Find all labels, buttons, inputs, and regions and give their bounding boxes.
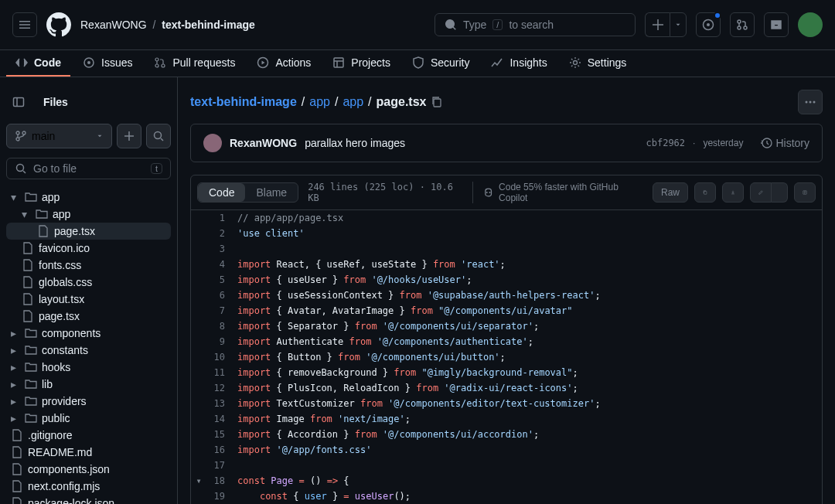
file-icon (11, 463, 23, 475)
copilot-hint[interactable]: Code 55% faster with GitHub Copilot (472, 182, 643, 203)
tree-folder-lib[interactable]: ▸lib (6, 376, 171, 393)
svg-point-1 (707, 23, 710, 26)
tree-file-page-tsx-selected[interactable]: page.tsx (6, 223, 171, 240)
file-icon (22, 259, 34, 271)
tab-actions[interactable]: Actions (247, 50, 320, 77)
code-content[interactable]: // app/app/page.tsx'use client'import Re… (237, 210, 822, 504)
folder-open-icon (25, 191, 37, 203)
line-numbers: 1234567891011121314151617181920212223242… (206, 210, 237, 504)
svg-rect-19 (434, 99, 441, 107)
tree-file-page-tsx[interactable]: page.tsx (6, 308, 171, 325)
tree-file-readme[interactable]: README.md (6, 444, 171, 461)
tab-code[interactable]: Code (6, 50, 70, 77)
create-new-button[interactable] (645, 12, 670, 37)
shortcut-badge: t (151, 163, 162, 174)
search-icon (445, 19, 457, 31)
tree-folder-components[interactable]: ▸components (6, 325, 171, 342)
tab-settings[interactable]: Settings (560, 50, 636, 77)
tree-file-layout[interactable]: layout.tsx (6, 291, 171, 308)
path-seg2[interactable]: app (343, 95, 363, 109)
fold-toggle-18[interactable]: ▾ (191, 473, 206, 489)
pr-icon (154, 56, 166, 69)
kebab-icon (804, 96, 816, 108)
svg-point-16 (22, 131, 26, 135)
edit-button[interactable] (750, 182, 772, 203)
repo-link[interactable]: text-behind-image (162, 19, 255, 31)
svg-rect-11 (334, 58, 343, 67)
path-root[interactable]: text-behind-image (190, 95, 297, 109)
tab-pulls[interactable]: Pull requests (145, 50, 244, 77)
commit-author[interactable]: RexanWONG (230, 137, 297, 149)
code-area[interactable]: ▾ ▾ 123456789101112131415161718192021222… (191, 210, 822, 504)
file-icon (22, 276, 34, 288)
branch-icon (15, 130, 27, 142)
tree-file-fonts[interactable]: fonts.css (6, 257, 171, 274)
tree-file-globals[interactable]: globals.css (6, 274, 171, 291)
tree-folder-app[interactable]: ▾app (6, 189, 171, 206)
search-tree-button[interactable] (146, 124, 171, 148)
svg-point-4 (744, 26, 747, 29)
svg-rect-26 (704, 192, 707, 195)
blame-view-button[interactable]: Blame (245, 183, 298, 202)
svg-rect-13 (14, 98, 24, 107)
tree-file-favicon[interactable]: favicon.ico (6, 240, 171, 257)
history-icon (760, 137, 772, 149)
branch-select[interactable]: main (6, 124, 112, 148)
edit-dropdown[interactable] (772, 182, 788, 203)
global-search[interactable]: Type / to search (435, 13, 636, 36)
github-logo[interactable] (46, 12, 71, 37)
add-file-button[interactable] (117, 124, 141, 148)
user-avatar[interactable] (798, 12, 823, 37)
tree-folder-providers[interactable]: ▸providers (6, 393, 171, 410)
author-avatar[interactable] (203, 134, 222, 152)
folder-icon (25, 378, 37, 390)
svg-point-14 (16, 131, 19, 135)
tree-file-components-json[interactable]: components.json (6, 461, 171, 478)
svg-point-20 (806, 101, 808, 104)
files-header: Files (37, 96, 68, 108)
tab-issues[interactable]: Issues (73, 50, 141, 77)
tree-file-next-config[interactable]: next.config.mjs (6, 478, 171, 495)
tree-folder-hooks[interactable]: ▸hooks (6, 359, 171, 376)
tree-folder-constants[interactable]: ▸constants (6, 342, 171, 359)
svg-point-12 (573, 61, 577, 65)
owner-link[interactable]: RexanWONG (80, 19, 147, 31)
search-shortcut: / (492, 19, 503, 30)
raw-button[interactable]: Raw (653, 182, 688, 203)
issue-icon (83, 56, 95, 69)
file-icon (22, 242, 34, 254)
more-actions-button[interactable] (798, 90, 823, 114)
inbox-icon (770, 19, 782, 31)
folder-icon (25, 327, 37, 339)
tab-security[interactable]: Security (403, 50, 479, 77)
download-button[interactable] (722, 182, 744, 203)
symbols-button[interactable] (794, 182, 816, 203)
issues-button[interactable] (696, 12, 721, 37)
table-icon (332, 56, 345, 69)
inbox-button[interactable] (764, 12, 789, 37)
tree-folder-public[interactable]: ▸public (6, 410, 171, 427)
pulls-button[interactable] (730, 12, 755, 37)
file-icon (11, 429, 23, 441)
tab-insights[interactable]: Insights (482, 50, 556, 77)
go-to-file-input[interactable]: Go to file t (6, 158, 171, 179)
history-link[interactable]: History (760, 137, 809, 149)
create-new-dropdown[interactable] (670, 12, 687, 37)
pencil-icon (758, 186, 763, 199)
commit-message[interactable]: parallax hero images (305, 137, 405, 149)
tree-file-gitignore[interactable]: .gitignore (6, 427, 171, 444)
hamburger-menu[interactable] (12, 12, 37, 37)
copy-button[interactable] (694, 182, 716, 203)
file-icon (22, 310, 34, 322)
code-view-button[interactable]: Code (198, 183, 245, 202)
file-icon (11, 446, 23, 458)
tree-file-package-lock[interactable]: package-lock.json (6, 495, 171, 504)
copy-path-icon[interactable] (431, 96, 443, 108)
file-icon (11, 497, 23, 504)
tree-folder-app-inner[interactable]: ▾app (6, 206, 171, 223)
path-seg1[interactable]: app (309, 95, 330, 109)
collapse-sidebar-button[interactable] (6, 90, 31, 114)
tab-projects[interactable]: Projects (323, 50, 400, 77)
issue-icon (702, 19, 714, 31)
commit-sha[interactable]: cbf2962 (646, 138, 685, 148)
